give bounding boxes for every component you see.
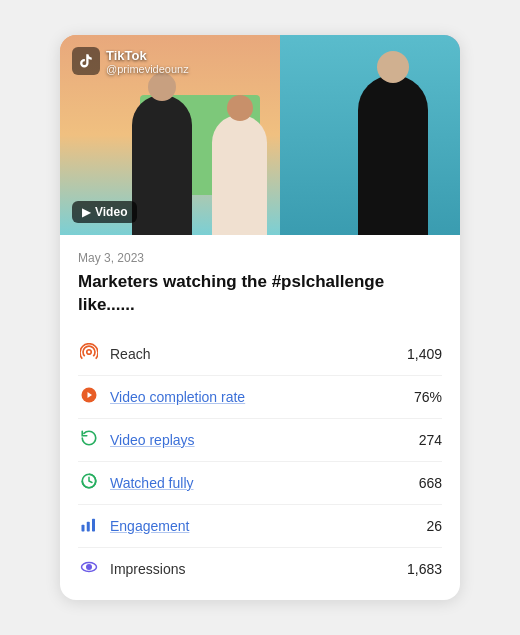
metric-row: Video replays274 [78, 419, 442, 462]
video-type-badge: ▶ Video [72, 201, 137, 223]
post-title: Marketers watching the #pslchallenge lik… [78, 271, 442, 317]
svg-point-8 [87, 565, 92, 570]
figure-center [212, 115, 267, 235]
video-replays-value: 274 [419, 432, 442, 448]
metric-row: Reach1,409 [78, 333, 442, 376]
platform-handle: @primevideounz [106, 63, 189, 75]
svg-point-0 [87, 350, 92, 355]
figure-left [132, 95, 192, 235]
watched-fully-value: 668 [419, 475, 442, 491]
figure-right [358, 75, 428, 235]
metric-row: Impressions1,683 [78, 548, 442, 590]
platform-overlay: TikTok @primevideounz [72, 47, 189, 75]
watched-fully-icon [78, 472, 100, 494]
post-date: May 3, 2023 [78, 251, 442, 265]
engagement-label[interactable]: Engagement [110, 518, 426, 534]
metric-row: Watched fully668 [78, 462, 442, 505]
metrics-list: Reach1,409Video completion rate76% Video… [78, 333, 442, 590]
impressions-icon [78, 558, 100, 580]
svg-rect-6 [92, 519, 95, 532]
svg-rect-4 [82, 525, 85, 532]
post-card: TikTok @primevideounz ▶ Video May 3, 202… [60, 35, 460, 600]
svg-rect-5 [87, 522, 90, 532]
impressions-value: 1,683 [407, 561, 442, 577]
video-completion-rate-icon [78, 386, 100, 408]
engagement-value: 26 [426, 518, 442, 534]
engagement-icon [78, 515, 100, 537]
video-replays-icon [78, 429, 100, 451]
video-badge-label: Video [95, 205, 127, 219]
watched-fully-label[interactable]: Watched fully [110, 475, 419, 491]
metric-row: Engagement26 [78, 505, 442, 548]
impressions-label: Impressions [110, 561, 407, 577]
video-completion-rate-value: 76% [414, 389, 442, 405]
video-completion-rate-label[interactable]: Video completion rate [110, 389, 414, 405]
card-body: May 3, 2023 Marketers watching the #pslc… [60, 235, 460, 600]
video-badge-icon: ▶ [82, 206, 90, 219]
post-thumbnail: TikTok @primevideounz ▶ Video [60, 35, 460, 235]
tiktok-account-info: TikTok @primevideounz [106, 48, 189, 75]
reach-label: Reach [110, 346, 407, 362]
metric-row: Video completion rate76% [78, 376, 442, 419]
video-replays-label[interactable]: Video replays [110, 432, 419, 448]
tiktok-logo-icon [72, 47, 100, 75]
reach-icon [78, 343, 100, 365]
platform-name: TikTok [106, 48, 189, 63]
reach-value: 1,409 [407, 346, 442, 362]
